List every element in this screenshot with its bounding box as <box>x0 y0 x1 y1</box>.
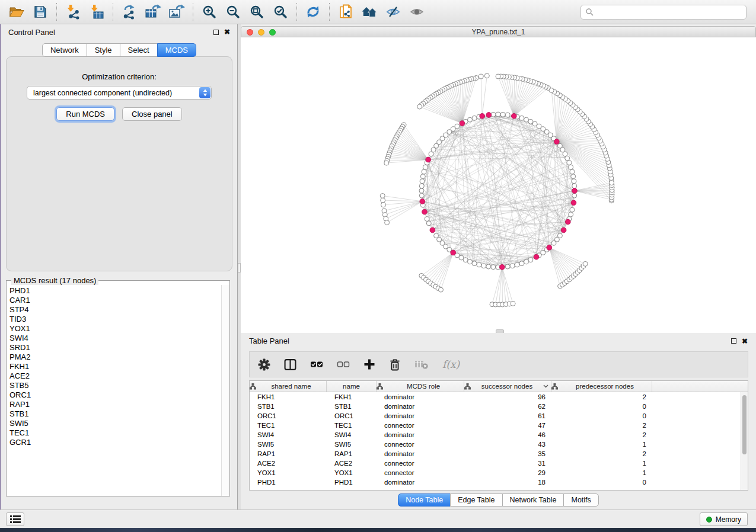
close-window-icon[interactable] <box>247 29 253 36</box>
result-node-item[interactable]: STB5 <box>7 381 221 390</box>
graph-node[interactable] <box>569 165 573 169</box>
graph-dominator-node[interactable] <box>486 113 492 118</box>
table-row[interactable]: YOX1YOX1connector291 <box>250 468 748 477</box>
table-row[interactable]: SWI5SWI5connector431 <box>250 440 748 449</box>
graph-node[interactable] <box>583 261 588 266</box>
result-node-item[interactable]: SWI5 <box>7 419 221 428</box>
import-network-button[interactable] <box>61 2 85 22</box>
tab-style[interactable]: Style <box>87 43 120 57</box>
graph-dominator-node[interactable] <box>572 188 578 194</box>
close-panel-icon[interactable]: ✖ <box>224 28 230 36</box>
column-header-name[interactable]: name <box>327 381 377 392</box>
zoom-out-button[interactable] <box>221 2 245 22</box>
graph-node[interactable] <box>468 117 473 122</box>
maximize-window-icon[interactable] <box>269 29 276 36</box>
tab-edge-table[interactable]: Edge Table <box>450 493 502 507</box>
graph-node[interactable] <box>528 258 533 262</box>
result-node-item[interactable]: FKH1 <box>7 362 221 371</box>
graph-dominator-node[interactable] <box>534 254 539 259</box>
home-network-button[interactable] <box>358 2 381 22</box>
result-node-item[interactable]: STB1 <box>7 409 221 419</box>
export-image-button[interactable] <box>165 2 189 22</box>
result-node-item[interactable]: PHD1 <box>7 286 221 296</box>
graph-dominator-node[interactable] <box>554 139 559 145</box>
graph-node[interactable] <box>570 169 575 174</box>
graph-node[interactable] <box>385 220 390 225</box>
tab-mcds[interactable]: MCDS <box>157 43 196 57</box>
result-list-scrollbar[interactable] <box>221 285 229 496</box>
session-network-button[interactable] <box>334 2 358 22</box>
result-node-item[interactable]: SWI4 <box>7 334 221 343</box>
export-table-button[interactable] <box>141 2 165 22</box>
graph-dominator-node[interactable] <box>430 227 435 233</box>
graph-node[interactable] <box>572 193 577 198</box>
result-node-item[interactable]: GCR1 <box>7 438 221 447</box>
result-node-item[interactable]: PMA2 <box>7 352 221 362</box>
run-mcds-button[interactable]: Run MCDS <box>56 107 114 121</box>
graph-node[interactable] <box>380 194 385 198</box>
import-table-button[interactable] <box>85 2 109 22</box>
graph-node[interactable] <box>500 112 505 117</box>
graph-dominator-node[interactable] <box>422 209 428 214</box>
graph-dominator-node[interactable] <box>571 200 576 206</box>
open-session-button[interactable] <box>5 2 28 22</box>
tab-select[interactable]: Select <box>120 43 158 57</box>
save-session-button[interactable] <box>28 2 52 22</box>
graph-node[interactable] <box>486 264 491 269</box>
graph-node[interactable] <box>549 88 554 93</box>
close-panel-button[interactable]: Close panel <box>122 107 182 121</box>
graph-node[interactable] <box>569 212 573 217</box>
graph-node[interactable] <box>510 264 515 268</box>
table-row[interactable]: SWI4SWI4dominator462 <box>250 430 748 440</box>
result-node-item[interactable]: ACE2 <box>7 371 221 381</box>
graph-node[interactable] <box>381 198 385 203</box>
minimize-window-icon[interactable] <box>258 29 264 36</box>
result-node-item[interactable]: RAP1 <box>7 400 221 409</box>
float-panel-icon[interactable] <box>213 30 219 35</box>
graph-node[interactable] <box>571 174 576 179</box>
zoom-fit-button[interactable] <box>245 2 269 22</box>
table-row[interactable]: ORC1ORC1dominator610 <box>250 411 748 421</box>
graph-dominator-node[interactable] <box>561 227 566 233</box>
delete-column-button[interactable] <box>389 358 401 371</box>
graph-node[interactable] <box>572 184 577 188</box>
graph-node[interactable] <box>426 221 431 226</box>
graph-node[interactable] <box>481 264 486 268</box>
graph-node[interactable] <box>479 74 483 79</box>
graph-node[interactable] <box>491 265 496 270</box>
export-network-button[interactable] <box>117 2 141 22</box>
zoom-in-button[interactable] <box>197 2 221 22</box>
graph-node[interactable] <box>505 264 510 269</box>
float-table-panel-icon[interactable] <box>731 338 736 344</box>
graph-node[interactable] <box>420 179 425 184</box>
graph-node[interactable] <box>419 188 424 193</box>
graph-node[interactable] <box>496 112 500 117</box>
graph-node[interactable] <box>420 174 425 179</box>
result-node-item[interactable]: STP4 <box>7 305 221 315</box>
network-view-titlebar[interactable]: YPA_prune.txt_1 <box>241 26 756 37</box>
graph-node[interactable] <box>511 301 515 306</box>
settings-button[interactable] <box>258 358 270 371</box>
graph-node[interactable] <box>515 262 519 267</box>
search-input[interactable] <box>596 8 742 16</box>
graph-node[interactable] <box>463 258 468 262</box>
graph-node[interactable] <box>384 161 389 165</box>
graph-dominator-node[interactable] <box>420 199 425 204</box>
graph-node[interactable] <box>472 116 477 120</box>
graph-dominator-node[interactable] <box>480 113 485 118</box>
graph-node[interactable] <box>570 207 575 212</box>
table-row[interactable]: FKH1FKH1dominator962 <box>250 392 748 402</box>
tab-node-table[interactable]: Node Table <box>398 493 451 507</box>
deselect-all-button[interactable] <box>337 358 350 370</box>
graph-node[interactable] <box>505 113 510 117</box>
optimization-criterion-select[interactable]: largest connected component (undirected) <box>27 86 212 100</box>
result-node-item[interactable]: YOX1 <box>7 324 221 334</box>
column-header-predecessor-nodes[interactable]: predecessor nodes <box>551 381 652 392</box>
table-row[interactable]: TEC1TEC1connector472 <box>250 421 748 430</box>
mcds-result-list[interactable]: PHD1CAR1STP4TID3YOX1SWI4SRD1PMA2FKH1ACE2… <box>7 286 221 496</box>
graph-node[interactable] <box>567 161 572 165</box>
graph-node[interactable] <box>381 203 386 207</box>
memory-button[interactable]: Memory <box>700 512 748 526</box>
graph-node[interactable] <box>477 262 481 267</box>
result-node-item[interactable]: TEC1 <box>7 428 221 438</box>
